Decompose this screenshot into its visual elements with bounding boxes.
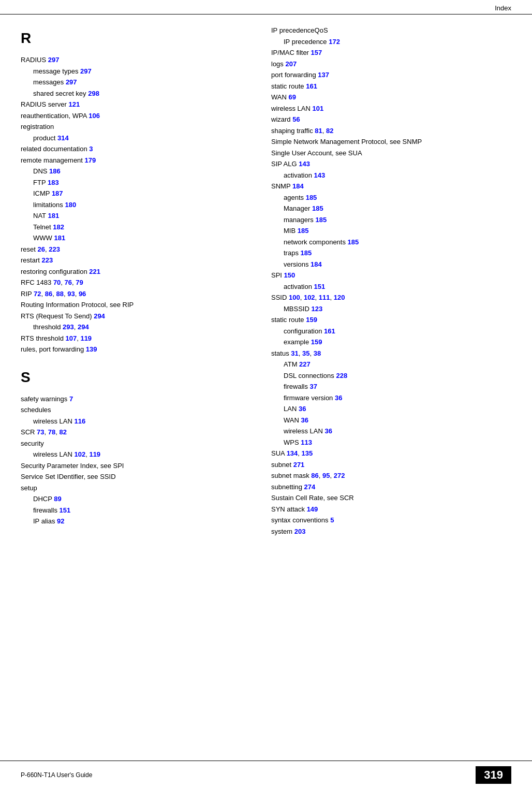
page-link[interactable]: 101 xyxy=(312,105,323,112)
page-link[interactable]: 179 xyxy=(85,156,96,164)
page-link[interactable]: 111 xyxy=(319,294,330,301)
page-link[interactable]: 159 xyxy=(311,338,322,346)
page-link[interactable]: 150 xyxy=(284,271,295,279)
page-link[interactable]: 185 xyxy=(312,204,323,212)
page-link[interactable]: 31 xyxy=(291,349,298,357)
page-link[interactable]: 93 xyxy=(67,290,75,298)
page-link[interactable]: 186 xyxy=(49,167,61,175)
page-link[interactable]: 3 xyxy=(89,145,93,153)
page-link[interactable]: 274 xyxy=(304,483,316,491)
page-link[interactable]: 181 xyxy=(48,212,59,220)
page-link[interactable]: 73 xyxy=(37,428,44,436)
page-link[interactable]: 76 xyxy=(65,279,72,286)
page-link[interactable]: 187 xyxy=(52,189,63,197)
page-link[interactable]: 184 xyxy=(292,182,304,190)
page-link[interactable]: 223 xyxy=(49,245,60,253)
page-link[interactable]: 36 xyxy=(301,416,308,424)
page-link[interactable]: 184 xyxy=(311,260,322,268)
page-link[interactable]: 297 xyxy=(80,67,92,75)
page-link[interactable]: 221 xyxy=(89,268,100,275)
index-entry: DSL connections 228 xyxy=(271,371,511,381)
page-link[interactable]: 38 xyxy=(314,349,321,357)
page-link[interactable]: 56 xyxy=(292,115,300,123)
page-link[interactable]: 314 xyxy=(57,134,69,142)
page-link[interactable]: 79 xyxy=(76,279,83,286)
page-link[interactable]: 102 xyxy=(74,450,85,458)
page-link[interactable]: 120 xyxy=(334,294,345,301)
page-link[interactable]: 185 xyxy=(298,227,309,235)
index-entry: RTS threshold 107, 119 xyxy=(21,333,250,344)
page-link[interactable]: 5 xyxy=(330,516,334,524)
page-link[interactable]: 183 xyxy=(48,179,59,186)
page-link[interactable]: 137 xyxy=(318,71,329,79)
page-link[interactable]: 149 xyxy=(307,505,318,513)
page-link[interactable]: 81 xyxy=(315,127,322,135)
page-link[interactable]: 223 xyxy=(41,256,53,264)
page-link[interactable]: 185 xyxy=(348,238,359,246)
page-link[interactable]: 72 xyxy=(34,290,41,298)
page-link[interactable]: 116 xyxy=(74,417,85,425)
page-link[interactable]: 86 xyxy=(45,290,52,298)
page-link[interactable]: 297 xyxy=(48,56,60,64)
page-link[interactable]: 185 xyxy=(315,216,327,224)
page-link[interactable]: 151 xyxy=(314,283,326,290)
page-link[interactable]: 70 xyxy=(53,279,61,286)
index-entry: WPS 113 xyxy=(271,437,511,448)
page-link[interactable]: 143 xyxy=(299,160,310,168)
page-link[interactable]: 36 xyxy=(299,405,306,413)
page-link[interactable]: 185 xyxy=(306,194,317,201)
page-link[interactable]: 69 xyxy=(288,93,295,101)
page-link[interactable]: 228 xyxy=(336,372,347,379)
page-link[interactable]: 271 xyxy=(293,461,305,469)
page-link[interactable]: 135 xyxy=(302,449,313,457)
page-link[interactable]: 159 xyxy=(306,316,317,324)
page-link[interactable]: 95 xyxy=(322,472,330,479)
page-link[interactable]: 102 xyxy=(304,294,315,301)
page-link[interactable]: 37 xyxy=(310,383,317,390)
page-link[interactable]: 119 xyxy=(80,334,92,342)
page-link[interactable]: 157 xyxy=(311,49,322,56)
page-link[interactable]: 161 xyxy=(306,82,317,90)
page-link[interactable]: 134 xyxy=(287,449,298,457)
page-link[interactable]: 26 xyxy=(38,245,45,253)
page-link[interactable]: 88 xyxy=(56,290,63,298)
page-link[interactable]: 36 xyxy=(335,394,342,402)
page-link[interactable]: 294 xyxy=(78,323,89,331)
page-link[interactable]: 297 xyxy=(66,78,77,86)
page-link[interactable]: 123 xyxy=(311,305,322,313)
page-link[interactable]: 203 xyxy=(294,528,306,535)
page-link[interactable]: 7 xyxy=(69,395,73,403)
page-link[interactable]: 161 xyxy=(324,327,335,335)
page-link[interactable]: 36 xyxy=(324,427,332,435)
page-link[interactable]: 143 xyxy=(314,171,326,179)
index-entry: RADIUS server 121 xyxy=(21,99,250,110)
page-link[interactable]: 181 xyxy=(54,234,65,242)
right-column: IP precedenceQoSIP precedence 172IP/MAC … xyxy=(266,25,511,537)
page-link[interactable]: 227 xyxy=(299,360,311,368)
page-link[interactable]: 86 xyxy=(311,472,318,479)
page-link[interactable]: 82 xyxy=(59,428,66,436)
page-link[interactable]: 182 xyxy=(53,223,64,231)
page-link[interactable]: 272 xyxy=(334,472,345,479)
page-link[interactable]: 294 xyxy=(94,312,105,320)
page-link[interactable]: 151 xyxy=(60,506,71,514)
page-link[interactable]: 172 xyxy=(329,38,340,46)
page-link[interactable]: 113 xyxy=(301,439,312,446)
page-link[interactable]: 119 xyxy=(89,450,100,458)
page-link[interactable]: 100 xyxy=(289,294,300,301)
page-link[interactable]: 180 xyxy=(65,201,76,209)
page-link[interactable]: 293 xyxy=(63,323,74,331)
page-link[interactable]: 92 xyxy=(57,517,64,525)
page-link[interactable]: 78 xyxy=(48,428,55,436)
page-link[interactable]: 207 xyxy=(285,60,297,68)
page-link[interactable]: 89 xyxy=(54,495,61,503)
page-link[interactable]: 185 xyxy=(301,249,312,257)
page-link[interactable]: 107 xyxy=(65,334,77,342)
page-link[interactable]: 139 xyxy=(86,345,97,353)
page-link[interactable]: 106 xyxy=(88,112,100,120)
page-link[interactable]: 96 xyxy=(79,290,86,298)
page-link[interactable]: 35 xyxy=(302,349,309,357)
page-link[interactable]: 298 xyxy=(88,90,99,97)
page-link[interactable]: 82 xyxy=(326,127,333,135)
page-link[interactable]: 121 xyxy=(68,100,80,108)
